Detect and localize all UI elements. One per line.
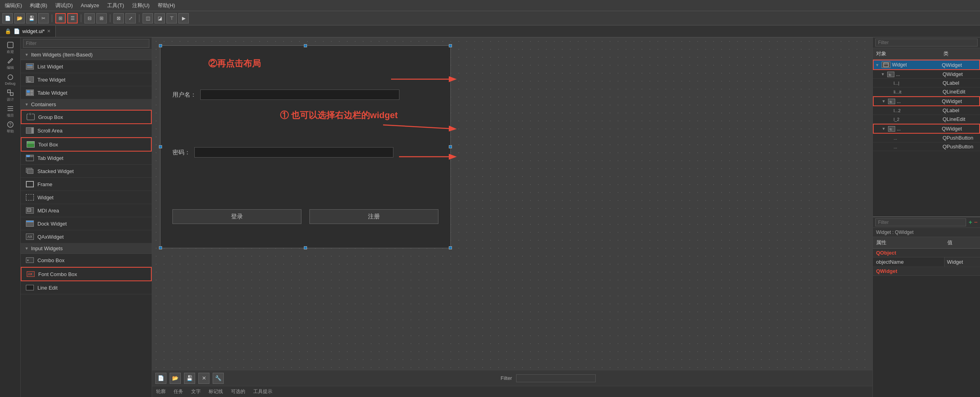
layout-horiz-button[interactable]: ⊞ [55, 13, 66, 23]
tree-row-1[interactable]: ▼ ... QWidget [873, 70, 980, 79]
status-optional: 可选的 [231, 388, 245, 395]
menu-annotation[interactable]: 注释(U) [131, 1, 151, 10]
tree-row-2[interactable]: ▼ l...| QLabel [873, 79, 980, 88]
menu-help[interactable]: 帮助(H) [156, 1, 177, 10]
align-right-button[interactable]: ◪ [155, 13, 165, 23]
menu-debug[interactable]: 调试(D) [54, 1, 74, 10]
widget-widget[interactable]: Widget [21, 191, 152, 204]
sidebar-help[interactable]: ? 帮助 [2, 120, 18, 134]
object-filter-input[interactable] [875, 39, 978, 47]
tab-widget-ui[interactable]: 🔒 📄 widget.ui* ✕ [0, 25, 56, 37]
sidebar-welcome[interactable]: 欢迎 [2, 41, 18, 55]
tree-row-3[interactable]: ▼ li...it QLineEdit [873, 88, 980, 96]
layout-grid-button[interactable]: ⊟ [84, 13, 95, 23]
login-button[interactable]: 登录 [172, 209, 301, 224]
layout-vert-button[interactable]: ☰ [67, 13, 78, 23]
tree-row-8[interactable]: ▼ ... QPushButton [873, 134, 980, 142]
widget-qax-widget[interactable]: AX QAxWidget [21, 230, 152, 243]
widget-frame[interactable]: Frame [21, 178, 152, 191]
widget-table-widget[interactable]: Table Widget [21, 86, 152, 99]
widget-tab-widget[interactable]: 1 2 Tab Widget [21, 152, 152, 165]
sidebar-debug[interactable]: Debug [2, 72, 18, 87]
menu-tools[interactable]: 工具(T) [106, 1, 126, 10]
save-button[interactable]: 💾 [26, 13, 37, 23]
property-list: QObject objectName Widget QWidget [873, 249, 980, 397]
layout-break-button[interactable]: ⊠ [113, 13, 124, 23]
widget-scroll-area[interactable]: Scroll Area [21, 124, 152, 137]
handle-tm[interactable] [304, 44, 307, 47]
canvas-close-btn[interactable]: ✕ [198, 373, 209, 384]
tree-row-9[interactable]: ▼ ... QPushButton [873, 142, 980, 151]
svg-rect-3 [10, 93, 13, 95]
handle-ml[interactable] [159, 145, 162, 148]
lineedit-icon-3: li...it [894, 90, 902, 94]
property-remove-button[interactable]: − [974, 219, 978, 226]
tree-type-1: QWidget [940, 70, 980, 78]
toolbar-sep1 [52, 14, 52, 22]
canvas-save-btn[interactable]: 💾 [184, 373, 195, 384]
widget-font-combo-box[interactable]: A▾ Font Combo Box [21, 267, 152, 281]
handle-bl[interactable] [159, 246, 162, 249]
adjust-size-button[interactable]: ⤢ [125, 13, 136, 23]
canvas-content[interactable]: ②再点击布局 用户名： ① 也可以选择右边栏的widget 密码： 登录 注册 [152, 37, 872, 370]
toolbar-sep4 [139, 14, 139, 22]
menu-analyze[interactable]: Analyze [79, 2, 101, 9]
sidebar-edit[interactable]: 编辑 [2, 56, 18, 71]
widget-combo-box[interactable]: ▾ Combo Box [21, 254, 152, 267]
category-containers[interactable]: ▼ Containers [21, 99, 152, 110]
category-item-widgets[interactable]: ▼ Item Widgets (Item-Based) [21, 50, 152, 60]
qobject-label: QObject [876, 250, 896, 256]
sidebar-projects[interactable]: 项目 [2, 104, 18, 119]
combo-box-label: Combo Box [37, 257, 65, 263]
tab-close-button[interactable]: ✕ [47, 29, 51, 34]
frame-icon [25, 180, 34, 189]
tree-row-6[interactable]: ▼ l_2 QLineEdit [873, 115, 980, 124]
widget-dock-widget[interactable]: Dock Widget [21, 217, 152, 230]
align-left-button[interactable]: ◫ [143, 13, 153, 23]
handle-tl[interactable] [159, 44, 162, 47]
table-widget-icon [25, 88, 34, 97]
widget-mdi-area[interactable]: MDI Area [21, 204, 152, 217]
category-label-containers: Containers [31, 101, 56, 107]
handle-bm[interactable] [304, 246, 307, 249]
widget-tree-widget[interactable]: Tree Widget [21, 73, 152, 86]
widget-search-input[interactable] [23, 39, 149, 48]
sidebar-design[interactable]: 设计 [2, 88, 18, 103]
combo-box-icon: ▾ [25, 256, 34, 265]
property-add-button[interactable]: + [968, 219, 972, 226]
align-top-button[interactable]: ⊤ [166, 13, 177, 23]
register-button[interactable]: 注册 [309, 209, 438, 224]
password-input[interactable] [194, 147, 393, 158]
category-input-widgets[interactable]: ▼ Input Widgets [21, 243, 152, 254]
canvas-filter-input[interactable] [516, 374, 596, 382]
canvas-new-btn[interactable]: 📄 [155, 373, 166, 384]
widget-stacked-widget[interactable]: Stacked Widget [21, 165, 152, 178]
open-button[interactable]: 📂 [14, 13, 25, 23]
tree-type-3: QLineEdit [940, 88, 980, 96]
tree-row-4[interactable]: ▼ ... QWidget [873, 96, 980, 106]
handle-br[interactable] [449, 246, 452, 249]
menu-edit[interactable]: 编辑(E) [3, 1, 23, 10]
object-tree-header: 对象 类 [873, 48, 980, 60]
widget-tool-box[interactable]: Tool Box [21, 137, 152, 152]
property-filter-input[interactable] [875, 218, 966, 226]
new-button[interactable]: 📄 [2, 13, 13, 23]
widget-line-edit[interactable]: Line Edit [21, 281, 152, 294]
preview-button[interactable]: ▶ [178, 13, 189, 23]
prop-row-objectname[interactable]: objectName Widget [873, 257, 980, 267]
tree-arrow-7: ▼ [882, 126, 886, 131]
handle-tr[interactable] [449, 44, 452, 47]
cut-button[interactable]: ✂ [38, 13, 49, 23]
username-input[interactable] [200, 90, 399, 100]
layout-form-button[interactable]: ⊞ [96, 13, 107, 23]
design-canvas[interactable]: ②再点击布局 用户名： ① 也可以选择右边栏的widget 密码： 登录 注册 [160, 45, 451, 248]
tree-row-7[interactable]: ▼ ... QWidget [873, 124, 980, 134]
handle-mr[interactable] [449, 145, 452, 148]
tree-row-5[interactable]: ▼ l...2 QLabel [873, 106, 980, 115]
widget-list-widget[interactable]: List Widget [21, 60, 152, 73]
tree-row-widget[interactable]: ▼ Widget QWidget [873, 60, 980, 70]
canvas-settings-btn[interactable]: 🔧 [213, 373, 224, 384]
menu-build[interactable]: 构建(B) [28, 1, 49, 10]
canvas-open-btn[interactable]: 📂 [170, 373, 181, 384]
widget-group-box[interactable]: G Group Box [21, 110, 152, 124]
